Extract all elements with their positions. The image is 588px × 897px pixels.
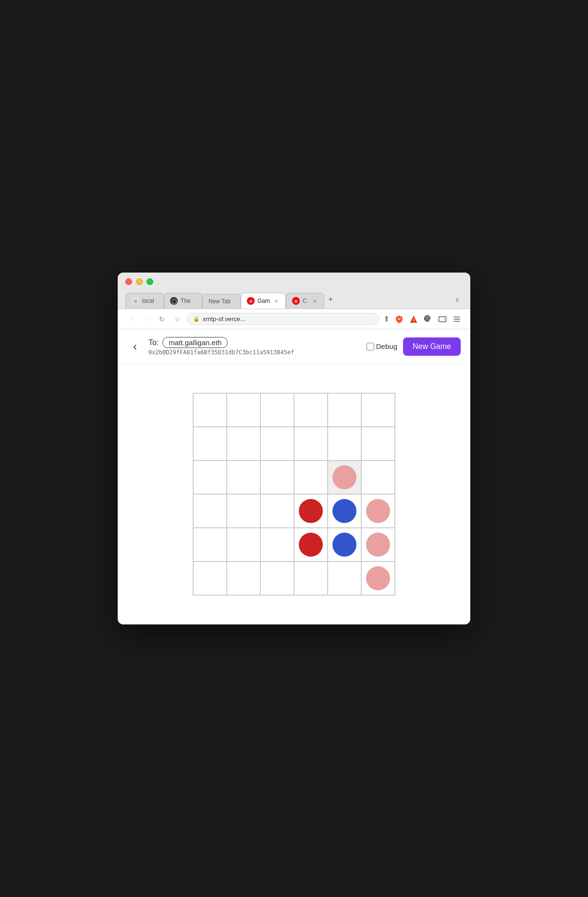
cell[interactable] [193,494,227,528]
tab-favicon-local: ⊗ [132,297,139,305]
cell[interactable] [361,393,395,427]
brave-icon[interactable] [393,313,405,325]
cell[interactable] [193,528,227,561]
cell[interactable] [328,427,361,461]
tab-local[interactable]: ⊗ local [125,293,164,309]
game-piece-pink [366,566,390,590]
recipient-name: matt.galligan.eth [162,337,228,348]
cell[interactable] [294,494,328,528]
tab-menu-button[interactable]: ≡ [452,293,463,307]
header-right: Debug New Game [367,337,461,356]
cell[interactable] [294,393,328,427]
cell[interactable] [361,561,395,595]
svg-text:!: ! [413,318,415,323]
cell[interactable] [294,528,328,561]
cell[interactable] [260,528,294,561]
cell[interactable] [193,427,227,461]
address-bar: ‹ › ↻ ☆ 🔒 xmtp-sf.verce... ⬆ ! [118,309,470,329]
tab-game[interactable]: ⊗ Gam ✕ [241,293,286,309]
cell[interactable] [227,528,260,561]
cell[interactable] [260,461,294,494]
bookmark-button[interactable]: ☆ [172,313,183,325]
cell[interactable] [227,494,260,528]
cell[interactable] [328,393,361,427]
maximize-button[interactable] [147,278,153,285]
cell[interactable] [227,561,260,595]
tab-c[interactable]: ⊗ C ✕ [286,293,324,309]
cell[interactable] [294,561,328,595]
tab-newtab[interactable]: New Tab [202,294,241,309]
title-bar: ⊗ local ◯ The New Tab ⊗ Gam ✕ ⊗ C ✕ + ≡ [118,273,470,309]
tab-close-c[interactable]: ✕ [311,298,318,304]
tab-bar: ⊗ local ◯ The New Tab ⊗ Gam ✕ ⊗ C ✕ + ≡ [125,291,463,309]
cell[interactable] [361,494,395,528]
cell[interactable] [260,561,294,595]
tab-favicon-the: ◯ [170,297,178,305]
forward-nav-button[interactable]: › [141,313,152,325]
close-button[interactable] [125,278,132,285]
cell[interactable] [260,393,294,427]
browser-icon-group: ! [393,313,463,325]
debug-checkbox[interactable] [367,343,374,350]
to-section: To: matt.galligan.eth 0x2b0D29fFA81fa6Bf… [148,337,361,356]
game-piece-red [299,533,323,557]
tab-label-game: Gam [257,298,270,304]
cell[interactable] [260,494,294,528]
svg-rect-1 [439,316,446,322]
tab-label-newtab: New Tab [208,298,231,305]
browser-menu-button[interactable] [451,313,463,325]
debug-text: Debug [376,342,397,350]
game-piece-pink [366,533,390,557]
cell[interactable] [227,427,260,461]
cell[interactable] [260,427,294,461]
new-game-button[interactable]: New Game [403,337,461,356]
tab-the[interactable]: ◯ The [164,293,202,309]
tab-label-c: C [303,298,307,304]
traffic-lights [125,278,463,285]
new-tab-button[interactable]: + [324,291,337,309]
game-area [118,364,470,624]
share-button[interactable]: ⬆ [383,314,390,324]
to-label: To: [148,338,159,347]
cell[interactable] [227,461,260,494]
game-piece-pink [366,499,390,523]
cell[interactable] [361,427,395,461]
cell[interactable] [294,427,328,461]
game-piece-pink [332,465,356,489]
game-piece-red [299,499,323,523]
page-content: ‹ To: matt.galligan.eth 0x2b0D29fFA81fa6… [118,329,470,624]
cell[interactable] [227,393,260,427]
tab-favicon-c: ⊗ [292,297,300,305]
cell[interactable] [193,461,227,494]
game-piece-blue [332,533,356,557]
tab-label-the: The [181,298,191,304]
alert-icon[interactable]: ! [408,313,419,325]
minimize-button[interactable] [136,278,143,285]
cell[interactable] [328,461,361,494]
extensions-icon[interactable] [422,313,434,325]
cell[interactable] [193,561,227,595]
cell[interactable] [361,528,395,561]
game-grid[interactable] [193,393,395,596]
cell[interactable] [328,561,361,595]
wallet-icon[interactable] [437,313,448,325]
debug-label[interactable]: Debug [367,342,397,350]
cell[interactable] [294,461,328,494]
cell[interactable] [193,393,227,427]
to-label-row: To: matt.galligan.eth [148,337,361,348]
address-input-container[interactable]: 🔒 xmtp-sf.verce... [187,313,380,325]
back-nav-button[interactable]: ‹ [125,313,137,325]
cell[interactable] [361,461,395,494]
cell[interactable] [328,494,361,528]
game-board [193,393,395,596]
browser-window: ⊗ local ◯ The New Tab ⊗ Gam ✕ ⊗ C ✕ + ≡ [118,273,470,624]
tab-close-game[interactable]: ✕ [273,298,280,304]
app-header: ‹ To: matt.galligan.eth 0x2b0D29fFA81fa6… [118,329,470,364]
recipient-address: 0x2b0D29fFA81fa6Bf35D31db7C3bc11a5913B45… [148,349,361,356]
reload-button[interactable]: ↻ [156,313,168,325]
lock-icon: 🔒 [193,316,200,322]
back-button[interactable]: ‹ [127,339,143,354]
game-piece-blue [332,499,356,523]
address-text: xmtp-sf.verce... [203,315,245,323]
cell[interactable] [328,528,361,561]
